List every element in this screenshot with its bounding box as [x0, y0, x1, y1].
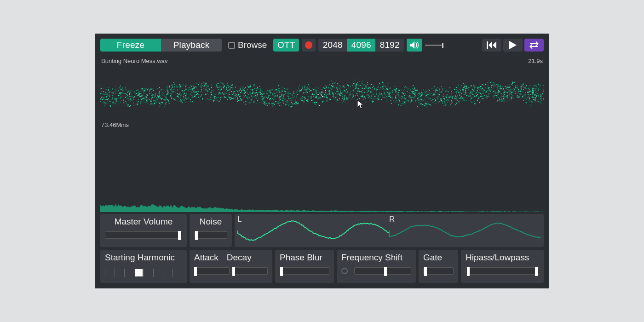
svg-rect-2010 — [160, 95, 161, 96]
svg-rect-879 — [101, 91, 102, 92]
volume-slider[interactable] — [425, 39, 443, 52]
svg-rect-1635 — [112, 97, 112, 98]
fft-2048-button[interactable]: 2048 — [318, 39, 347, 52]
svg-rect-1698 — [462, 100, 463, 101]
svg-rect-1203 — [253, 84, 254, 85]
svg-rect-412 — [132, 98, 132, 98]
svg-rect-2241 — [386, 101, 387, 102]
svg-rect-452 — [199, 82, 200, 83]
svg-rect-680 — [534, 98, 534, 98]
master-volume-slider[interactable] — [105, 231, 182, 239]
svg-rect-1296 — [211, 92, 212, 93]
phase-blur-slider[interactable] — [280, 267, 329, 275]
svg-rect-2211 — [242, 90, 243, 91]
svg-rect-2491 — [224, 97, 225, 98]
browse-toggle[interactable]: Browse — [224, 39, 270, 52]
svg-rect-213 — [401, 90, 401, 90]
svg-rect-1813 — [470, 96, 471, 97]
svg-rect-2375 — [204, 85, 205, 86]
svg-rect-1453 — [378, 97, 379, 98]
svg-rect-2282 — [109, 89, 109, 90]
gate-slider[interactable] — [423, 267, 454, 275]
svg-rect-2255 — [438, 102, 439, 103]
svg-rect-2046 — [408, 101, 409, 102]
svg-rect-5 — [172, 91, 173, 92]
svg-rect-671 — [444, 102, 445, 103]
svg-rect-2186 — [377, 87, 378, 88]
svg-rect-209 — [454, 88, 454, 88]
svg-rect-1052 — [492, 92, 493, 92]
svg-rect-1837 — [266, 93, 267, 94]
svg-rect-663 — [394, 89, 395, 90]
svg-rect-2328 — [132, 95, 132, 95]
svg-rect-1722 — [316, 90, 316, 91]
frequency-shift-slider[interactable] — [354, 267, 411, 275]
svg-rect-1836 — [316, 93, 316, 94]
svg-rect-2406 — [463, 83, 464, 84]
volume-button[interactable] — [407, 39, 422, 52]
svg-rect-15 — [108, 89, 109, 89]
svg-rect-1181 — [318, 88, 319, 89]
svg-rect-371 — [346, 89, 347, 90]
freeze-button[interactable]: Freeze — [100, 39, 161, 52]
overview-waveform[interactable] — [100, 198, 544, 212]
playback-button[interactable]: Playback — [161, 39, 222, 52]
starting-harmonic-stepper[interactable] — [105, 267, 182, 278]
svg-rect-911 — [209, 102, 209, 102]
attack-slider[interactable] — [194, 267, 230, 275]
svg-rect-319 — [451, 94, 452, 95]
svg-rect-461 — [247, 98, 248, 98]
svg-rect-1973 — [207, 93, 207, 93]
svg-rect-1153 — [177, 87, 177, 87]
svg-rect-2330 — [175, 89, 175, 90]
toolbar: Freeze Playback Browse OTT 2048 4096 819… — [100, 38, 544, 52]
svg-rect-102 — [179, 87, 179, 88]
svg-rect-2103 — [420, 104, 420, 105]
hipass-lowpass-slider[interactable] — [466, 267, 539, 275]
svg-rect-844 — [139, 89, 139, 90]
svg-rect-1516 — [438, 94, 439, 95]
svg-rect-2281 — [473, 94, 474, 94]
svg-rect-1574 — [119, 87, 119, 87]
ott-button[interactable]: OTT — [273, 39, 299, 52]
svg-rect-182 — [235, 98, 236, 99]
svg-rect-1221 — [224, 86, 225, 86]
fft-8192-button[interactable]: 8192 — [375, 39, 404, 52]
svg-rect-1691 — [442, 90, 443, 91]
play-button[interactable] — [503, 39, 523, 52]
svg-rect-1949 — [159, 91, 160, 92]
svg-rect-1419 — [155, 100, 156, 101]
noise-slider[interactable] — [194, 231, 227, 239]
svg-rect-1732 — [174, 99, 175, 100]
svg-rect-2091 — [456, 89, 456, 90]
svg-rect-775 — [346, 85, 347, 85]
svg-rect-1392 — [507, 89, 508, 90]
svg-rect-415 — [298, 103, 299, 104]
svg-rect-2175 — [301, 98, 302, 99]
record-button[interactable] — [302, 39, 316, 52]
mid-panel-row: Master Volume Noise L R — [100, 214, 544, 247]
fft-4096-button[interactable]: 4096 — [347, 39, 375, 52]
svg-rect-2253 — [327, 94, 328, 95]
svg-rect-893 — [123, 93, 124, 94]
svg-rect-383 — [494, 87, 495, 88]
svg-rect-1857 — [215, 94, 216, 95]
skip-back-button[interactable] — [482, 39, 501, 52]
decay-label: Decay — [227, 253, 252, 263]
svg-rect-963 — [202, 99, 202, 99]
svg-rect-1670 — [359, 98, 360, 99]
svg-rect-2324 — [180, 86, 181, 86]
timeline-empty-area[interactable] — [100, 128, 544, 198]
svg-rect-645 — [245, 96, 245, 97]
svg-rect-97 — [453, 96, 454, 97]
svg-rect-299 — [368, 87, 369, 88]
decay-slider[interactable] — [232, 267, 268, 275]
svg-rect-1339 — [217, 83, 218, 84]
svg-rect-59 — [331, 92, 332, 92]
svg-rect-7 — [154, 103, 155, 104]
knob-icon[interactable] — [341, 268, 348, 274]
svg-rect-1423 — [414, 92, 414, 93]
spectral-scatter-view[interactable] — [100, 69, 544, 119]
loop-button[interactable] — [524, 39, 544, 52]
svg-rect-430 — [523, 84, 523, 85]
